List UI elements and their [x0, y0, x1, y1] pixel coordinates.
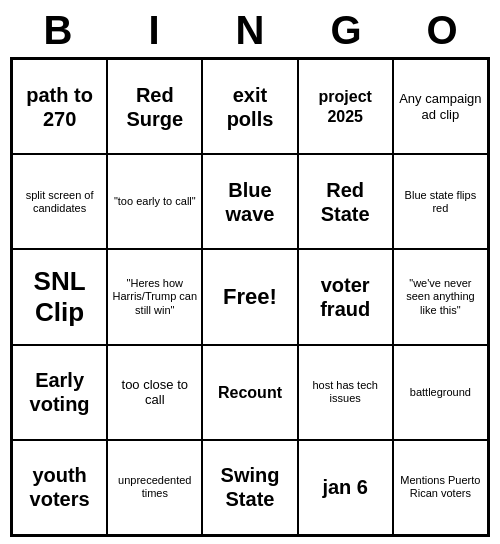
- cell-r0-c4[interactable]: Any campaign ad clip: [393, 59, 488, 154]
- cell-r1-c0[interactable]: split screen of candidates: [12, 154, 107, 249]
- cell-r3-c0[interactable]: Early voting: [12, 345, 107, 440]
- cell-r1-c1[interactable]: "too early to call": [107, 154, 202, 249]
- bingo-letter: N: [206, 8, 294, 53]
- cell-r1-c4[interactable]: Blue state flips red: [393, 154, 488, 249]
- cell-r1-c3[interactable]: Red State: [298, 154, 393, 249]
- cell-r4-c0[interactable]: youth voters: [12, 440, 107, 535]
- cell-r1-c2[interactable]: Blue wave: [202, 154, 297, 249]
- cell-r2-c2[interactable]: Free!: [202, 249, 297, 344]
- cell-r3-c4[interactable]: battleground: [393, 345, 488, 440]
- cell-r3-c1[interactable]: too close to call: [107, 345, 202, 440]
- bingo-letter: G: [302, 8, 390, 53]
- bingo-grid: path to 270Red Surgeexit pollsproject 20…: [10, 57, 490, 537]
- cell-r3-c2[interactable]: Recount: [202, 345, 297, 440]
- cell-r2-c3[interactable]: voter fraud: [298, 249, 393, 344]
- cell-r0-c0[interactable]: path to 270: [12, 59, 107, 154]
- cell-r2-c1[interactable]: "Heres how Harris/Trump can still win": [107, 249, 202, 344]
- bingo-header: BINGO: [10, 0, 490, 57]
- cell-r0-c3[interactable]: project 2025: [298, 59, 393, 154]
- cell-r2-c0[interactable]: SNL Clip: [12, 249, 107, 344]
- bingo-letter: B: [14, 8, 102, 53]
- cell-r3-c3[interactable]: host has tech issues: [298, 345, 393, 440]
- cell-r0-c2[interactable]: exit polls: [202, 59, 297, 154]
- cell-r2-c4[interactable]: "we've never seen anything like this": [393, 249, 488, 344]
- cell-r4-c4[interactable]: Mentions Puerto Rican voters: [393, 440, 488, 535]
- cell-r4-c1[interactable]: unprecedented times: [107, 440, 202, 535]
- cell-r4-c2[interactable]: Swing State: [202, 440, 297, 535]
- bingo-letter: O: [398, 8, 486, 53]
- bingo-letter: I: [110, 8, 198, 53]
- cell-r0-c1[interactable]: Red Surge: [107, 59, 202, 154]
- cell-r4-c3[interactable]: jan 6: [298, 440, 393, 535]
